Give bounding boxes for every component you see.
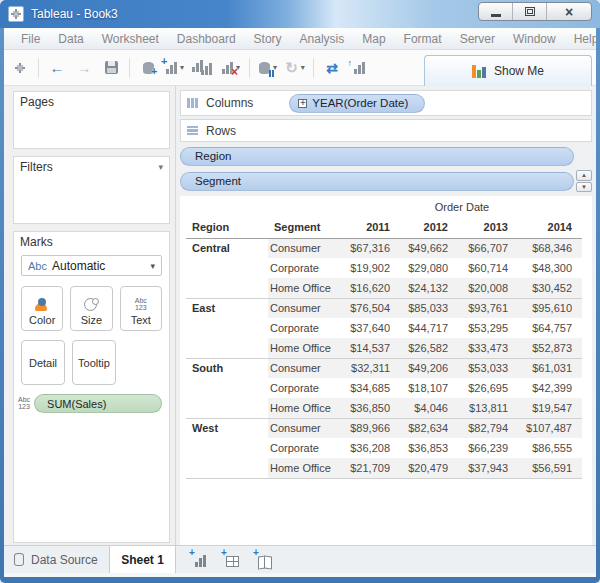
segment-cell[interactable]: Consumer — [268, 418, 342, 438]
value-cell[interactable]: $34,685 — [342, 378, 400, 398]
menu-item-server[interactable]: Server — [451, 32, 504, 46]
menu-item-worksheet[interactable]: Worksheet — [93, 32, 168, 46]
new-story-button[interactable]: + — [256, 552, 273, 567]
marks-card[interactable]: Marks Abc Automatic ▾ Color Size — [13, 231, 170, 543]
segment-cell[interactable]: Corporate — [268, 438, 342, 458]
value-cell[interactable]: $86,555 — [518, 438, 582, 458]
save-button[interactable] — [101, 56, 121, 80]
year-order-date-pill[interactable]: + YEAR(Order Date) — [289, 94, 425, 113]
value-cell[interactable]: $85,033 — [400, 298, 458, 318]
header-2011[interactable]: 2011 — [342, 216, 400, 238]
value-cell[interactable]: $68,346 — [518, 238, 582, 258]
value-cell[interactable]: $93,761 — [458, 298, 518, 318]
filters-shelf[interactable]: Filters ▾ — [13, 156, 170, 224]
value-cell[interactable]: $18,107 — [400, 378, 458, 398]
value-cell[interactable]: $4,046 — [400, 398, 458, 418]
value-cell[interactable]: $37,943 — [458, 458, 518, 478]
menu-item-story[interactable]: Story — [245, 32, 291, 46]
value-cell[interactable]: $26,695 — [458, 378, 518, 398]
segment-cell[interactable]: Home Office — [268, 398, 342, 418]
region-cell[interactable] — [186, 258, 268, 278]
value-cell[interactable]: $67,316 — [342, 238, 400, 258]
value-cell[interactable]: $89,966 — [342, 418, 400, 438]
title-bar[interactable]: Tableau - Book3 × — [0, 0, 600, 28]
value-cell[interactable]: $42,399 — [518, 378, 582, 398]
value-cell[interactable]: $37,640 — [342, 318, 400, 338]
detail-button[interactable]: Detail — [21, 340, 65, 385]
menu-item-dashboard[interactable]: Dashboard — [168, 32, 245, 46]
order-date-spanner[interactable]: Order Date — [342, 198, 582, 216]
scroll-up-button[interactable]: ▲ — [576, 170, 592, 181]
new-worksheet-button[interactable]: + ▾ — [165, 56, 185, 80]
value-cell[interactable]: $36,853 — [400, 438, 458, 458]
region-cell[interactable] — [186, 398, 268, 418]
close-button[interactable]: × — [547, 3, 591, 20]
region-cell[interactable] — [186, 338, 268, 358]
sort-ascending-button[interactable]: ↑ — [349, 56, 369, 80]
segment-cell[interactable]: Consumer — [268, 238, 342, 258]
value-cell[interactable]: $33,473 — [458, 338, 518, 358]
value-cell[interactable]: $76,504 — [342, 298, 400, 318]
value-cell[interactable]: $66,239 — [458, 438, 518, 458]
value-cell[interactable]: $29,080 — [400, 258, 458, 278]
menu-item-window[interactable]: Window — [504, 32, 565, 46]
value-cell[interactable]: $60,714 — [458, 258, 518, 278]
value-cell[interactable]: $24,132 — [400, 278, 458, 298]
value-cell[interactable]: $49,206 — [400, 358, 458, 378]
value-cell[interactable]: $36,208 — [342, 438, 400, 458]
mark-type-dropdown[interactable]: Abc Automatic ▾ — [21, 255, 162, 276]
value-cell[interactable]: $82,794 — [458, 418, 518, 438]
region-cell[interactable]: South — [186, 358, 268, 378]
show-me-button[interactable]: Show Me — [424, 55, 592, 86]
header-region[interactable]: Region — [186, 216, 268, 238]
value-cell[interactable]: $20,008 — [458, 278, 518, 298]
value-cell[interactable]: $49,662 — [400, 238, 458, 258]
segment-cell[interactable]: Corporate — [268, 258, 342, 278]
value-cell[interactable]: $16,620 — [342, 278, 400, 298]
sum-sales-pill[interactable]: SUM(Sales) — [34, 394, 162, 413]
value-cell[interactable]: $52,873 — [518, 338, 582, 358]
duplicate-sheet-button[interactable] — [192, 56, 214, 80]
sheet1-tab[interactable]: Sheet 1 — [110, 546, 176, 573]
maximize-button[interactable] — [513, 3, 547, 20]
segment-cell[interactable]: Consumer — [268, 298, 342, 318]
tooltip-button[interactable]: Tooltip — [72, 340, 116, 385]
menu-item-file[interactable]: File — [12, 32, 49, 46]
minimize-button[interactable] — [479, 3, 513, 20]
value-cell[interactable]: $19,902 — [342, 258, 400, 278]
value-cell[interactable]: $82,634 — [400, 418, 458, 438]
undo-button[interactable]: ← — [47, 56, 67, 80]
value-cell[interactable]: $48,300 — [518, 258, 582, 278]
value-cell[interactable]: $95,610 — [518, 298, 582, 318]
value-cell[interactable]: $30,452 — [518, 278, 582, 298]
value-cell[interactable]: $56,591 — [518, 458, 582, 478]
swap-rows-columns-button[interactable]: ⇄ — [322, 56, 342, 80]
value-cell[interactable]: $13,811 — [458, 398, 518, 418]
segment-cell[interactable]: Home Office — [268, 458, 342, 478]
value-cell[interactable]: $64,757 — [518, 318, 582, 338]
region-cell[interactable] — [186, 378, 268, 398]
filters-caret-icon[interactable]: ▾ — [158, 162, 163, 172]
header-2012[interactable]: 2012 — [400, 216, 458, 238]
pause-auto-updates-button[interactable]: ▾ — [258, 56, 278, 80]
segment-cell[interactable]: Home Office — [268, 338, 342, 358]
caret-down-icon[interactable]: ▾ — [301, 63, 305, 72]
menu-item-help[interactable]: Help — [565, 32, 596, 46]
menu-item-map[interactable]: Map — [353, 32, 394, 46]
segment-pill[interactable]: Segment — [180, 172, 574, 191]
tableau-start-icon[interactable] — [10, 56, 30, 80]
caret-down-icon[interactable]: ▾ — [180, 63, 184, 72]
region-cell[interactable]: West — [186, 418, 268, 438]
value-cell[interactable]: $20,479 — [400, 458, 458, 478]
region-cell[interactable]: Central — [186, 238, 268, 258]
region-cell[interactable] — [186, 318, 268, 338]
scroll-down-button[interactable]: ▼ — [576, 182, 592, 193]
value-cell[interactable]: $53,033 — [458, 358, 518, 378]
rows-shelf[interactable]: Rows — [180, 119, 592, 142]
text-button[interactable]: Abc123 Text — [120, 286, 162, 331]
segment-cell[interactable]: Home Office — [268, 278, 342, 298]
segment-cell[interactable]: Consumer — [268, 358, 342, 378]
segment-cell[interactable]: Corporate — [268, 378, 342, 398]
value-cell[interactable]: $107,487 — [518, 418, 582, 438]
color-button[interactable]: Color — [21, 286, 63, 331]
